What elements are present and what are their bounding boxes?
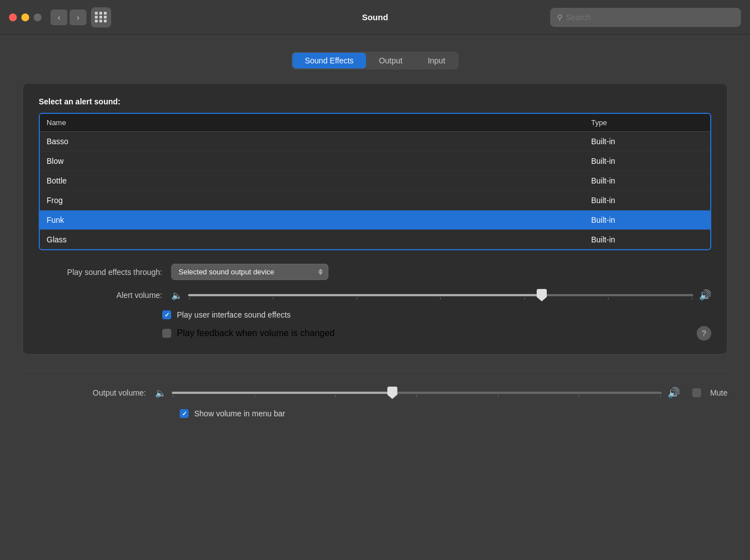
sound-name: Bottle <box>47 176 591 185</box>
sound-type: Built-in <box>591 235 703 244</box>
divider <box>22 370 728 371</box>
sound-name: Frog <box>47 196 591 205</box>
forward-button[interactable]: › <box>70 10 86 25</box>
speaker-low-icon: 🔈 <box>171 290 182 301</box>
traffic-lights <box>9 13 42 21</box>
table-row[interactable]: Basso Built-in <box>40 132 710 152</box>
play-through-row: Play sound effects through: Selected sou… <box>39 264 711 280</box>
panel: Select an alert sound: Name Type Basso B… <box>22 83 728 355</box>
alert-volume-row: Alert volume: 🔈 🔊 <box>39 289 711 301</box>
table-row[interactable]: Bottle Built-in <box>40 171 710 191</box>
output-volume-track[interactable] <box>172 392 662 394</box>
output-speaker-low-icon: 🔈 <box>155 388 166 398</box>
check-icon: ✓ <box>164 311 170 319</box>
col-type-header: Type <box>591 118 703 127</box>
output-volume-slider-container: 🔈 🔊 Mute <box>155 387 728 399</box>
mute-label: Mute <box>710 388 728 397</box>
sound-type: Built-in <box>591 157 703 166</box>
mute-row: Mute <box>692 388 728 397</box>
check-icon: ✓ <box>182 410 187 417</box>
close-button[interactable] <box>9 13 17 21</box>
col-name-header: Name <box>47 118 591 127</box>
play-through-select[interactable]: Selected sound output device <box>171 264 328 280</box>
sound-type: Built-in <box>591 215 703 224</box>
window-title: Sound <box>362 12 388 22</box>
sound-name: Funk <box>47 215 591 224</box>
tick-marks <box>188 297 693 300</box>
table-row[interactable]: Frog Built-in <box>40 191 710 210</box>
minimize-button[interactable] <box>21 13 29 21</box>
ui-effects-checkbox-row: ✓ Play user interface sound effects <box>39 310 711 319</box>
back-button[interactable]: ‹ <box>51 10 67 25</box>
sound-name: Glass <box>47 235 591 244</box>
speaker-high-icon: 🔊 <box>699 289 711 301</box>
search-input[interactable] <box>566 13 734 22</box>
sound-table: Name Type Basso Built-in Blow Built-in B… <box>39 113 711 250</box>
sound-type: Built-in <box>591 176 703 185</box>
table-row[interactable]: Blow Built-in <box>40 152 710 171</box>
ui-effects-checkbox[interactable]: ✓ <box>162 310 171 319</box>
feedback-checkbox[interactable] <box>162 329 171 338</box>
feedback-row: Play feedback when volume is changed ? <box>39 326 711 341</box>
sound-name: Basso <box>47 137 591 146</box>
table-row[interactable]: Glass Built-in <box>40 230 710 249</box>
output-volume-label: Output volume: <box>22 388 146 397</box>
feedback-left: Play feedback when volume is changed <box>162 328 335 338</box>
table-header: Name Type <box>40 114 710 132</box>
sound-name: Blow <box>47 157 591 166</box>
tab-sound-effects[interactable]: Sound Effects <box>292 53 366 68</box>
tabs: Sound Effects Output Input <box>291 52 459 70</box>
play-through-select-wrapper: Selected sound output device <box>171 264 328 280</box>
alert-sound-label: Select an alert sound: <box>39 97 711 106</box>
search-icon: ⚲ <box>557 13 562 22</box>
maximize-button[interactable] <box>34 13 42 21</box>
alert-volume-slider-container: 🔈 🔊 <box>171 289 711 301</box>
grid-view-button[interactable] <box>91 7 111 27</box>
tab-input[interactable]: Input <box>415 53 458 68</box>
tabs-container: Sound Effects Output Input <box>22 52 728 70</box>
show-volume-row: ✓ Show volume in menu bar <box>22 409 728 418</box>
main-content: Sound Effects Output Input Select an ale… <box>0 35 750 560</box>
alert-volume-track[interactable] <box>188 294 693 296</box>
sound-type: Built-in <box>591 196 703 205</box>
tab-output[interactable]: Output <box>367 53 415 68</box>
table-row-selected[interactable]: Funk Built-in <box>40 210 710 230</box>
output-volume-row: Output volume: 🔈 🔊 Mute <box>22 387 728 399</box>
alert-volume-label: Alert volume: <box>39 291 162 300</box>
ui-effects-label: Play user interface sound effects <box>177 310 291 319</box>
help-button[interactable]: ? <box>697 326 711 341</box>
show-volume-checkbox[interactable]: ✓ <box>180 409 189 418</box>
nav-buttons: ‹ › <box>51 10 86 25</box>
search-bar[interactable]: ⚲ <box>550 8 741 27</box>
play-through-label: Play sound effects through: <box>39 268 162 277</box>
titlebar: ‹ › Sound ⚲ <box>0 0 750 35</box>
mute-checkbox[interactable] <box>692 388 701 397</box>
feedback-label: Play feedback when volume is changed <box>177 328 335 338</box>
show-volume-label: Show volume in menu bar <box>194 409 285 418</box>
grid-icon <box>95 12 107 22</box>
output-speaker-high-icon: 🔊 <box>667 387 680 399</box>
sound-type: Built-in <box>591 137 703 146</box>
output-tick-marks <box>172 395 662 397</box>
